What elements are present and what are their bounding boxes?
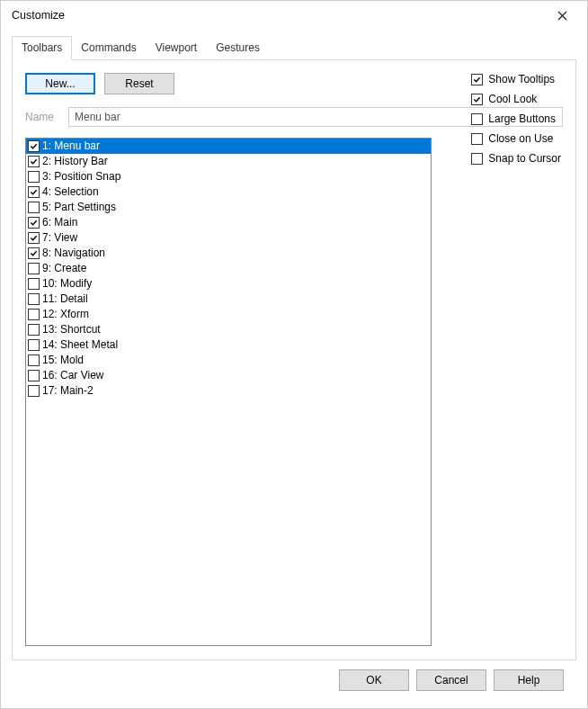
list-item-label: 2: History Bar [42,154,108,169]
option-label: Cool Look [488,93,537,105]
option-close-on-use[interactable]: Close on Use [471,132,561,145]
checkbox-icon[interactable] [28,263,40,274]
titlebar: Customize [1,1,587,30]
checkbox-icon[interactable] [28,202,40,213]
checkbox-icon[interactable] [28,186,40,198]
option-cool-look[interactable]: Cool Look [471,93,561,105]
checkbox-icon[interactable] [28,339,40,351]
list-item[interactable]: 10: Modify [26,276,431,292]
option-snap-to-cursor[interactable]: Snap to Cursor [471,152,561,165]
checkbox-icon[interactable] [28,324,40,336]
list-item[interactable]: 1: Menu bar [26,139,431,154]
list-item[interactable]: 5: Part Settings [26,200,431,215]
list-item-label: 12: Xform [42,307,89,322]
checkbox-icon[interactable] [28,217,40,229]
checkbox-icon[interactable] [28,171,40,183]
option-large-buttons[interactable]: Large Buttons [471,112,561,125]
list-item-label: 4: Selection [42,184,99,200]
close-icon [557,11,567,21]
list-item-label: 8: Navigation [42,246,105,261]
option-label: Close on Use [488,132,553,145]
tab-gestures[interactable]: Gestures [206,36,270,60]
list-item[interactable]: 9: Create [26,261,431,276]
list-item-label: 7: View [42,230,77,246]
dialog-footer: OK Cancel Help [12,660,576,691]
tab-viewport[interactable]: Viewport [146,36,207,60]
list-item-label: 6: Main [42,215,77,230]
checkbox-icon[interactable] [28,232,40,244]
checkbox-icon[interactable] [28,293,40,305]
options-column: Show TooltipsCool LookLarge ButtonsClose… [471,73,561,165]
tab-bar: ToolbarsCommandsViewportGestures [12,35,576,59]
checkbox-icon[interactable] [471,133,483,145]
list-item-label: 16: Car View [42,368,103,383]
checkbox-icon[interactable] [28,140,40,152]
list-item[interactable]: 12: Xform [26,307,431,322]
list-item-label: 10: Modify [42,276,92,292]
list-item-label: 3: Position Snap [42,169,120,184]
option-label: Large Buttons [488,112,556,125]
list-item[interactable]: 2: History Bar [26,154,431,169]
checkbox-icon[interactable] [28,354,40,366]
help-button[interactable]: Help [494,669,564,691]
checkbox-icon[interactable] [471,74,483,85]
list-item-label: 17: Main-2 [42,383,94,399]
checkbox-icon[interactable] [28,247,40,259]
list-item[interactable]: 3: Position Snap [26,169,431,184]
list-item-label: 15: Mold [42,353,84,368]
list-item[interactable]: 16: Car View [26,368,431,383]
list-item-label: 9: Create [42,261,86,276]
checkbox-icon[interactable] [28,156,40,167]
list-item-label: 11: Detail [42,292,88,307]
option-label: Snap to Cursor [488,152,561,165]
list-item-label: 13: Shortcut [42,322,101,337]
list-item-label: 1: Menu bar [42,139,100,154]
name-label: Name [25,111,59,123]
checkbox-icon[interactable] [28,385,40,397]
tab-panel-toolbars: New... Reset Show TooltipsCool LookLarge… [12,59,576,660]
list-item[interactable]: 8: Navigation [26,246,431,261]
checkbox-icon[interactable] [28,278,40,290]
list-item[interactable]: 13: Shortcut [26,322,431,337]
reset-button[interactable]: Reset [104,73,174,94]
list-item[interactable]: 11: Detail [26,292,431,307]
list-item[interactable]: 15: Mold [26,353,431,368]
ok-button[interactable]: OK [339,669,409,691]
list-item[interactable]: 17: Main-2 [26,383,431,399]
cancel-button[interactable]: Cancel [416,669,486,691]
tab-toolbars[interactable]: Toolbars [12,36,72,60]
checkbox-icon[interactable] [471,113,483,125]
tab-commands[interactable]: Commands [71,36,146,60]
new-button[interactable]: New... [25,73,95,94]
list-item-label: 14: Sheet Metal [42,337,118,353]
option-label: Show Tooltips [488,73,555,85]
toolbars-listbox[interactable]: 1: Menu bar2: History Bar3: Position Sna… [25,138,432,646]
checkbox-icon[interactable] [471,153,483,165]
option-show-tooltips[interactable]: Show Tooltips [471,73,561,85]
checkbox-icon[interactable] [28,309,40,320]
checkbox-icon[interactable] [471,94,483,105]
checkbox-icon[interactable] [28,370,40,381]
list-item[interactable]: 14: Sheet Metal [26,337,431,353]
list-item-label: 5: Part Settings [42,200,116,215]
close-button[interactable] [544,3,580,28]
window-title: Customize [12,9,544,22]
list-item[interactable]: 6: Main [26,215,431,230]
list-item[interactable]: 7: View [26,230,431,246]
list-item[interactable]: 4: Selection [26,184,431,200]
